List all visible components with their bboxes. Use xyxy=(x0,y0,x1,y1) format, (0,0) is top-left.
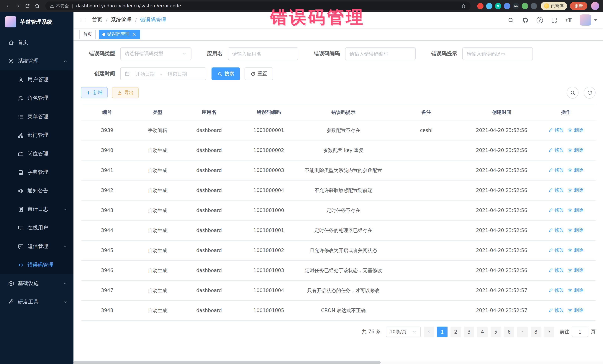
extension-icon[interactable] xyxy=(522,3,528,9)
delete-button[interactable]: 删除 xyxy=(568,307,583,314)
error-hint-input[interactable] xyxy=(467,51,528,56)
page-unit: 页 xyxy=(591,328,596,335)
prev-page-button[interactable] xyxy=(424,327,434,337)
extension-icon[interactable] xyxy=(477,3,483,9)
app-logo[interactable]: 芋道管理系统 xyxy=(0,12,73,32)
search-button[interactable]: 搜索 xyxy=(211,67,240,80)
extension-icon[interactable] xyxy=(486,3,492,9)
browser-avatar[interactable] xyxy=(591,2,599,10)
browser-home-button[interactable] xyxy=(33,1,42,10)
date-range-picker[interactable]: - xyxy=(120,67,206,80)
screen: 不安全 | dashboard.yudao.iocoder.cn/system/… xyxy=(0,0,603,364)
delete-button[interactable]: 删除 xyxy=(568,287,583,294)
tag-close-icon[interactable]: × xyxy=(132,32,136,37)
browser-back-button[interactable] xyxy=(4,1,13,10)
tag-home[interactable]: 首页 xyxy=(79,30,96,39)
error-code-input[interactable] xyxy=(349,51,411,56)
cell-app: dashboard xyxy=(182,220,236,240)
page-button[interactable]: 1 xyxy=(437,327,448,337)
goto-label: 前往 xyxy=(560,328,569,335)
edit-button[interactable]: 修改 xyxy=(548,307,564,314)
toggle-search-button[interactable] xyxy=(567,87,579,99)
delete-button[interactable]: 删除 xyxy=(568,207,583,214)
horizontal-scrollbar[interactable] xyxy=(73,361,603,364)
fullscreen-icon[interactable] xyxy=(551,17,557,23)
start-date-input[interactable] xyxy=(132,71,158,77)
font-size-icon[interactable]: TT xyxy=(566,17,572,23)
tree-icon xyxy=(18,132,24,138)
edit-button[interactable]: 修改 xyxy=(548,147,564,154)
reset-button[interactable]: 重置 xyxy=(244,67,273,80)
sidebar-item-dept[interactable]: 部门管理 xyxy=(0,126,73,144)
sidebar-item-home[interactable]: 首页 xyxy=(0,33,73,52)
delete-button[interactable]: 删除 xyxy=(568,187,583,194)
delete-button[interactable]: 删除 xyxy=(568,167,583,174)
pager-pages: 123456···8 xyxy=(437,327,541,337)
edit-button[interactable]: 修改 xyxy=(548,247,564,254)
refresh-table-button[interactable] xyxy=(584,87,596,99)
extension-icon[interactable]: V xyxy=(495,3,501,9)
tag-error-code[interactable]: 错误码管理 × xyxy=(99,30,140,39)
message-icon xyxy=(18,243,24,249)
sidebar-item-notice[interactable]: 通知公告 xyxy=(0,182,73,200)
breadcrumb-item-home[interactable]: 首页 xyxy=(92,17,103,23)
extension-icon[interactable] xyxy=(504,3,510,9)
edit-button[interactable]: 修改 xyxy=(548,267,564,274)
page-size-select[interactable]: 10条/页 xyxy=(386,327,421,337)
sidebar-item-audit-log[interactable]: 审计日志 xyxy=(0,200,73,219)
sidebar-item-menu[interactable]: 菜单管理 xyxy=(0,108,73,126)
header-search-icon[interactable] xyxy=(508,17,514,23)
page-button[interactable]: 5 xyxy=(491,327,501,337)
end-date-input[interactable] xyxy=(164,71,190,77)
delete-button[interactable]: 删除 xyxy=(568,147,583,154)
edit-button[interactable]: 修改 xyxy=(548,167,564,174)
sidebar-item-role[interactable]: 角色管理 xyxy=(0,89,73,108)
scrollbar-thumb[interactable] xyxy=(73,361,381,364)
user-avatar[interactable] xyxy=(580,14,591,26)
page-button[interactable]: 6 xyxy=(504,327,514,337)
caret-down-icon[interactable] xyxy=(594,19,597,21)
extension-icon[interactable]: on xyxy=(513,3,519,9)
help-icon[interactable]: ? xyxy=(537,17,543,23)
security-indicator[interactable]: 不安全 xyxy=(50,3,69,9)
error-type-select[interactable]: 请选择错误码类型 xyxy=(120,47,191,60)
add-button[interactable]: 新增 xyxy=(81,87,108,98)
page-button[interactable]: 4 xyxy=(477,327,487,337)
page-button[interactable]: 3 xyxy=(464,327,474,337)
pager-ellipsis[interactable]: ··· xyxy=(517,327,528,337)
delete-button[interactable]: 删除 xyxy=(568,227,583,234)
app-name-input[interactable] xyxy=(232,51,294,56)
browser-update-button[interactable]: 更新 xyxy=(570,2,587,10)
edit-button[interactable]: 修改 xyxy=(548,187,564,194)
delete-button[interactable]: 删除 xyxy=(568,267,583,274)
sidebar-item-user[interactable]: 用户管理 xyxy=(0,70,73,89)
sidebar-item-online-user[interactable]: 在线用户 xyxy=(0,219,73,237)
sidebar-item-post[interactable]: 岗位管理 xyxy=(0,144,73,163)
page-button[interactable]: 2 xyxy=(451,327,461,337)
edit-button[interactable]: 修改 xyxy=(548,287,564,294)
profile-paused-chip[interactable]: 已暂停 xyxy=(541,2,567,10)
sidebar-item-dict[interactable]: 字典管理 xyxy=(0,163,73,182)
next-page-button[interactable] xyxy=(544,327,554,337)
export-button[interactable]: 导出 xyxy=(112,87,139,98)
delete-button[interactable]: 删除 xyxy=(568,127,583,134)
address-bar[interactable]: 不安全 | dashboard.yudao.iocoder.cn/system/… xyxy=(45,1,470,10)
sidebar-item-system[interactable]: 系统管理 xyxy=(0,52,73,70)
sidebar-item-error-code[interactable]: 错误码管理 xyxy=(0,256,73,274)
edit-button[interactable]: 修改 xyxy=(548,207,564,214)
github-icon[interactable] xyxy=(522,17,528,23)
sidebar-item-infra[interactable]: 基础设施 xyxy=(0,274,73,293)
goto-page-input[interactable] xyxy=(572,327,588,337)
edit-button[interactable]: 修改 xyxy=(548,127,564,134)
edit-button[interactable]: 修改 xyxy=(548,227,564,234)
browser-forward-button[interactable] xyxy=(13,1,22,10)
sidebar-toggle-icon[interactable] xyxy=(79,17,86,23)
extension-icon[interactable] xyxy=(531,3,537,9)
delete-button[interactable]: 删除 xyxy=(568,247,583,254)
sidebar-item-devtool[interactable]: 研发工具 xyxy=(0,293,73,311)
sidebar-item-sms[interactable]: 短信管理 xyxy=(0,237,73,256)
bookmark-star-icon[interactable] xyxy=(461,3,466,9)
browser-reload-button[interactable] xyxy=(23,1,32,10)
breadcrumb-item-system[interactable]: 系统管理 xyxy=(111,17,132,23)
page-button[interactable]: 8 xyxy=(531,327,541,337)
